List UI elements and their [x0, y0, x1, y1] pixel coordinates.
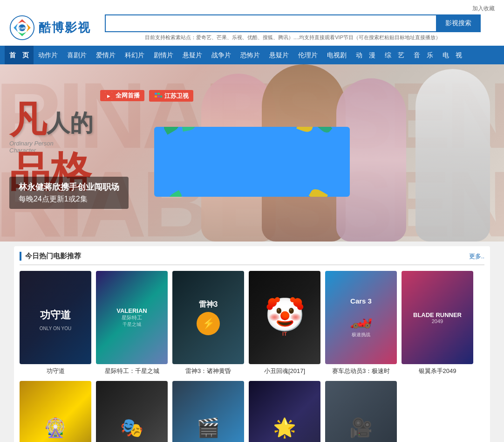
svg-rect-8	[160, 93, 162, 95]
movie-title-6: 银翼杀手2049	[402, 367, 473, 375]
nav-item-animation[interactable]: 动 漫	[351, 46, 380, 64]
svg-rect-6	[155, 93, 157, 95]
movie-row-2: 🎡 🎭 🎬 🌟 🎥	[20, 381, 484, 442]
banner-desc-area: 林永健蒋欣携手创业闯职场 每晚24点更新1或2集	[9, 177, 129, 209]
movie-card-5[interactable]: Cars 3 🏎️ 极速挑战 赛车总动员3：极速时	[325, 271, 397, 375]
movie-title-1: 功守道	[20, 367, 91, 375]
nav-item-ethics[interactable]: 伦理片	[293, 46, 322, 64]
movie-title-4: 小丑回魂[2017]	[249, 367, 320, 375]
banner[interactable]: RINAB ESSEN RIAB ESSEN ▶ 全网首播 江苏卫视 凡人的 O…	[0, 64, 504, 242]
movie-card-4[interactable]: 🤡 IT 小丑回魂[2017]	[249, 271, 320, 375]
movie-card-10[interactable]: 🌟	[249, 381, 320, 442]
search-button[interactable]: 影视搜索	[436, 14, 481, 32]
nav-item-romance[interactable]: 爱情片	[91, 46, 120, 64]
svg-text:EaR: EaR	[19, 26, 26, 30]
svg-text:▶: ▶	[107, 94, 110, 98]
banner-desc: 林永健蒋欣携手创业闯职场	[19, 181, 119, 193]
broadcast-badge: ▶ 全网首播	[100, 90, 144, 101]
movie-row-1: 功守道 ONLY ON YOU 功守道 VALERIAN 星际特工 千星之城 星…	[20, 271, 484, 375]
movie-poster-8: 🎭	[96, 381, 168, 442]
content-area: 今日热门电影推荐 更多.. 功守道 ONLY ON YOU 功守道 VALERI…	[0, 242, 504, 442]
logo-text[interactable]: 酷博影视	[39, 20, 91, 36]
movie-title-3: 雷神3：诸神黄昏	[172, 367, 244, 375]
movie-title-5: 赛车总动员3：极速时	[325, 367, 397, 375]
nav-item-horror[interactable]: 恐怖片	[236, 46, 265, 64]
svg-rect-10	[157, 96, 160, 97]
nav-item-home[interactable]: 首 页	[5, 46, 34, 64]
movie-card-3[interactable]: 雷神3 ⚡ 雷神3：诸神黄昏	[172, 271, 244, 375]
nav-item-tv[interactable]: 电 视	[438, 46, 467, 64]
nav-item-action[interactable]: 动作片	[34, 46, 62, 64]
nav-bar: 首 页 动作片 喜剧片 爱情片 科幻片 剧情片 悬疑片 战争片 恐怖片 悬疑片 …	[0, 46, 504, 64]
movie-poster-7: 🎡	[20, 381, 91, 442]
nav-item-comedy[interactable]: 喜剧片	[62, 46, 91, 64]
leaf-6	[309, 187, 328, 197]
nav-item-war[interactable]: 战争片	[207, 46, 236, 64]
nav-item-drama[interactable]: 剧情片	[149, 46, 178, 64]
header: 加入收藏 EaR 酷博影视 影视搜索 目前支持检索素站点：爱奇艺、芒果、乐视、优…	[0, 0, 504, 46]
leaf-5	[167, 190, 184, 197]
leaf-3	[296, 127, 314, 134]
movie-poster-9: 🎬	[172, 381, 244, 442]
svg-rect-11	[160, 96, 162, 97]
movie-poster-2: VALERIAN 星际特工 千星之城	[96, 271, 168, 364]
movie-card-6[interactable]: BLADE RUNNER 2049 银翼杀手2049	[402, 271, 473, 375]
movie-card-8[interactable]: 🎭	[96, 381, 168, 442]
nav-item-music[interactable]: 音 乐	[409, 46, 438, 64]
logo[interactable]: EaR 酷博影视	[9, 15, 91, 41]
leaf-2	[182, 127, 196, 131]
movie-card-7[interactable]: 🎡	[20, 381, 91, 442]
movie-poster-10: 🌟	[249, 381, 320, 442]
search-hint: 目前支持检索素站点：爱奇艺、芒果、乐视、优酷、搜狐、腾讯）....均支持直接观看…	[145, 34, 441, 41]
banner-update: 每晚24点更新1或2集	[19, 194, 119, 204]
channel-badge: 江苏卫视	[149, 90, 193, 102]
nav-item-scifi[interactable]: 科幻片	[120, 46, 149, 64]
more-link[interactable]: 更多..	[469, 252, 484, 261]
movie-title-2: 星际特工：千星之城	[96, 367, 168, 375]
leaf-4	[317, 127, 332, 135]
movie-poster-3: 雷神3 ⚡	[172, 271, 244, 364]
movie-card-9[interactable]: 🎬	[172, 381, 244, 442]
svg-rect-9	[155, 96, 157, 97]
movie-poster-5: Cars 3 🏎️ 极速挑战	[325, 271, 397, 364]
section-title: 今日热门电影推荐	[20, 252, 81, 261]
movie-poster-1: 功守道 ONLY ON YOU	[20, 271, 91, 364]
hot-movies-section: 今日热门电影推荐 更多.. 功守道 ONLY ON YOU 功守道 VALERI…	[14, 246, 490, 442]
section-header: 今日热门电影推荐 更多..	[20, 252, 484, 265]
search-input[interactable]	[105, 14, 436, 32]
movie-poster-11: 🎥	[325, 381, 397, 442]
nav-item-suspense[interactable]: 悬疑片	[265, 46, 293, 64]
leaf-1	[162, 127, 182, 135]
movie-poster-4: 🤡 IT	[249, 271, 320, 364]
nav-item-tvdrama[interactable]: 电视剧	[322, 46, 351, 64]
logo-icon: EaR	[9, 15, 35, 41]
header-top: 加入收藏	[9, 5, 495, 14]
add-bookmark-link[interactable]: 加入收藏	[472, 5, 495, 13]
search-area: 影视搜索 目前支持检索素站点：爱奇艺、芒果、乐视、优酷、搜狐、腾讯）....均支…	[105, 14, 481, 41]
header-main: EaR 酷博影视 影视搜索 目前支持检索素站点：爱奇艺、芒果、乐视、优酷、搜狐、…	[9, 14, 495, 46]
nav-item-variety[interactable]: 综 艺	[380, 46, 409, 64]
movie-card-2[interactable]: VALERIAN 星际特工 千星之城 星际特工：千星之城	[96, 271, 168, 375]
movie-card-1[interactable]: 功守道 ONLY ON YOU 功守道	[20, 271, 91, 375]
nav-item-mystery[interactable]: 悬疑片	[178, 46, 207, 64]
svg-rect-7	[157, 93, 160, 95]
ad-overlay[interactable]	[154, 127, 350, 197]
movie-poster-6: BLADE RUNNER 2049	[402, 271, 473, 364]
movie-card-11[interactable]: 🎥	[325, 381, 397, 442]
svg-rect-5	[154, 91, 163, 99]
